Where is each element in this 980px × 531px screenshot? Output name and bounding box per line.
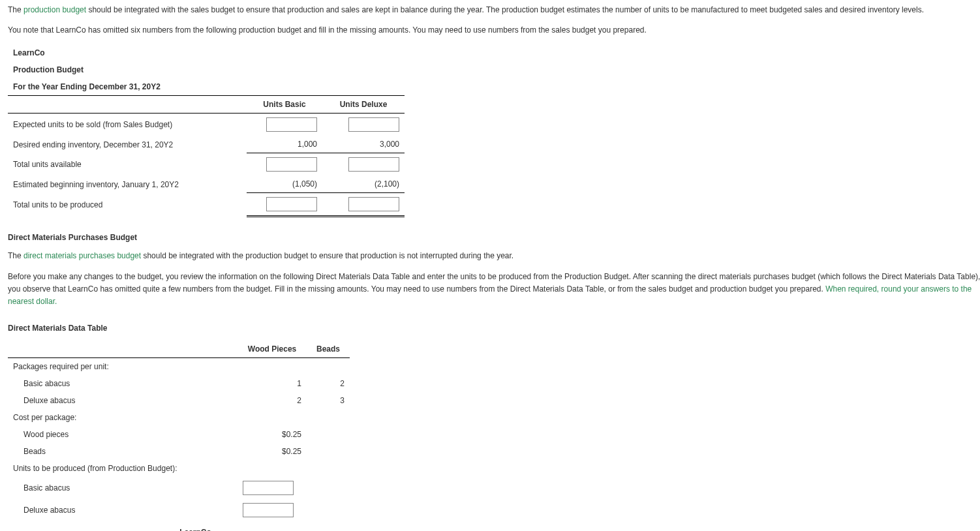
dm-paragraph-2: Before you make any changes to the budge… [8, 271, 980, 309]
basic-wood-value: 1 [237, 375, 307, 392]
begin-inventory-basic-value: (1,050) [247, 175, 322, 193]
row-beads-label: Beads [8, 443, 237, 460]
row-basic-abacus-produce-label: Basic abacus [8, 477, 237, 499]
row-wood-pieces-label: Wood pieces [8, 426, 237, 443]
footer-company-title: LearnCo [8, 528, 383, 531]
total-produced-deluxe-input[interactable] [348, 197, 399, 211]
col-header-beads: Beads [307, 341, 350, 358]
row-desired-ending-label: Desired ending inventory, December 31, 2… [8, 136, 247, 153]
row-begin-inventory-label: Estimated beginning inventory, January 1… [8, 175, 247, 193]
production-budget-link[interactable]: production budget [23, 5, 86, 14]
total-produced-basic-input[interactable] [266, 197, 317, 211]
prod-title-company: LearnCo [8, 44, 247, 61]
row-total-available-label: Total units available [8, 153, 247, 176]
direct-materials-data-table: Wood Pieces Beads Packages required per … [8, 341, 350, 521]
row-units-to-produce-label: Units to be produced (from Production Bu… [8, 460, 237, 477]
desired-ending-deluxe-value: 3,000 [322, 136, 405, 153]
prod-title-period: For the Year Ending December 31, 20Y2 [8, 78, 247, 96]
row-cost-per-package-label: Cost per package: [8, 409, 237, 426]
basic-produce-input[interactable] [243, 481, 294, 495]
col-header-wood-pieces: Wood Pieces [237, 341, 307, 358]
intro-paragraph-2: You note that LearnCo has omitted six nu… [8, 24, 980, 37]
row-total-produced-label: Total units to be produced [8, 193, 247, 217]
row-basic-abacus-label: Basic abacus [8, 375, 237, 392]
deluxe-produce-input[interactable] [243, 503, 294, 517]
dm-paragraph-1: The direct materials purchases budget sh… [8, 250, 980, 262]
deluxe-beads-value: 3 [307, 392, 350, 409]
basic-beads-value: 2 [307, 375, 350, 392]
total-available-basic-input[interactable] [266, 157, 317, 172]
dm-data-table-heading: Direct Materials Data Table [8, 324, 980, 333]
begin-inventory-deluxe-value: (2,100) [322, 175, 405, 193]
production-budget-table: LearnCo Production Budget For the Year E… [8, 44, 405, 217]
expected-units-deluxe-input[interactable] [348, 117, 399, 132]
prod-title-name: Production Budget [8, 61, 247, 78]
row-expected-units-label: Expected units to be sold (from Sales Bu… [8, 114, 247, 136]
row-deluxe-abacus-label: Deluxe abacus [8, 392, 237, 409]
beads-cost-value: $0.25 [237, 443, 307, 460]
desired-ending-basic-value: 1,000 [247, 136, 322, 153]
col-header-units-deluxe: Units Deluxe [322, 96, 405, 114]
deluxe-wood-value: 2 [237, 392, 307, 409]
dm-purchases-heading: Direct Materials Purchases Budget [8, 233, 980, 242]
intro-paragraph-1: The production budget should be integrat… [8, 4, 980, 16]
col-header-units-basic: Units Basic [247, 96, 322, 114]
dm-purchases-budget-link[interactable]: direct materials purchases budget [23, 251, 141, 260]
row-packages-required-label: Packages required per unit: [8, 358, 237, 376]
expected-units-basic-input[interactable] [266, 117, 317, 132]
total-available-deluxe-input[interactable] [348, 157, 399, 172]
row-deluxe-abacus-produce-label: Deluxe abacus [8, 499, 237, 521]
wood-cost-value: $0.25 [237, 426, 307, 443]
